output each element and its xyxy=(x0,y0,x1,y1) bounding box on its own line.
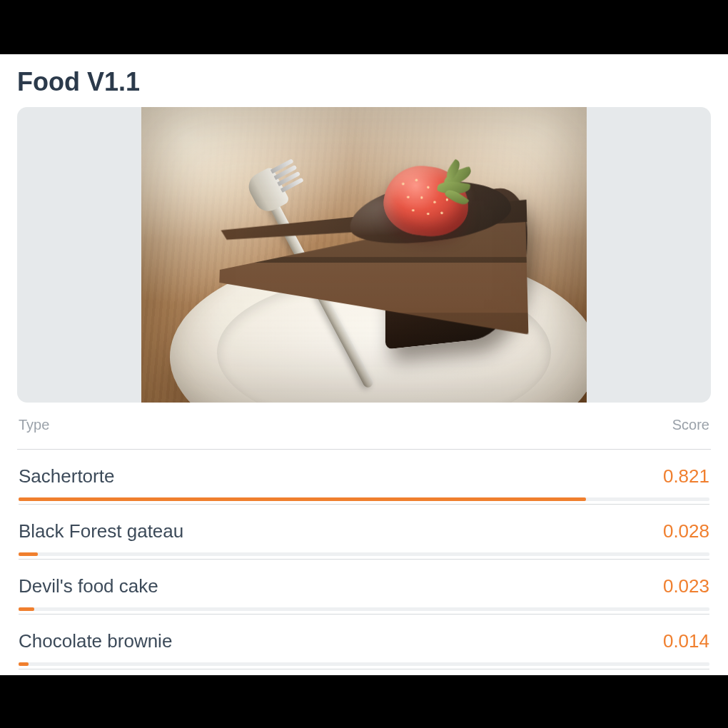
score-bar xyxy=(19,552,709,556)
result-type: Black Forest gateau xyxy=(19,520,183,542)
result-score: 0.014 xyxy=(663,630,709,652)
result-score: 0.023 xyxy=(663,575,709,597)
result-row: Devil's food cake0.023 xyxy=(17,560,711,615)
result-row: Chocolate brownie0.014 xyxy=(17,615,711,669)
score-bar-fill xyxy=(19,552,38,556)
row-divider xyxy=(19,669,709,669)
input-image-card xyxy=(17,107,711,403)
score-bar-fill xyxy=(19,662,29,666)
result-row: Black Forest gateau0.028 xyxy=(17,505,711,560)
score-bar-fill xyxy=(19,497,586,501)
page-title: Food V1.1 xyxy=(17,67,711,97)
column-header-type: Type xyxy=(19,417,49,433)
result-score: 0.028 xyxy=(663,520,709,542)
results-list: Sachertorte0.821Black Forest gateau0.028… xyxy=(17,450,711,669)
score-bar xyxy=(19,662,709,666)
result-score: 0.821 xyxy=(663,465,709,487)
result-type: Devil's food cake xyxy=(19,575,158,597)
score-bar-fill xyxy=(19,607,34,611)
result-type: Chocolate brownie xyxy=(19,630,172,652)
score-bar xyxy=(19,607,709,611)
result-type: Sachertorte xyxy=(19,465,114,487)
column-header-score: Score xyxy=(672,417,709,433)
results-header-row: Type Score xyxy=(17,415,711,450)
input-image xyxy=(141,107,587,403)
results-panel: Food V1.1 Type xyxy=(0,54,728,675)
score-bar xyxy=(19,497,709,501)
result-row: Sachertorte0.821 xyxy=(17,450,711,505)
